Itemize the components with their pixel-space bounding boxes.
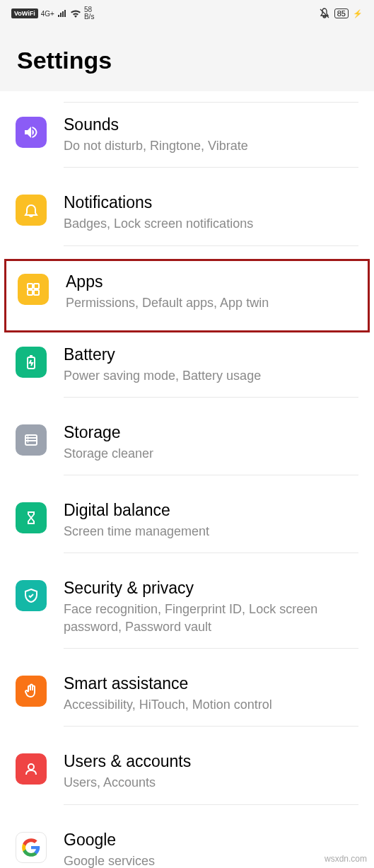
item-title: Storage (64, 423, 358, 442)
google-icon (16, 832, 47, 863)
item-title: Apps (66, 272, 356, 291)
settings-item-users[interactable]: Users & accounts Users, Accounts (0, 739, 374, 817)
item-title: Smart assistance (64, 674, 358, 693)
item-title: Battery (64, 345, 358, 364)
settings-item-battery[interactable]: Battery Power saving mode, Battery usage (0, 332, 374, 410)
item-subtitle: Accessibility, HiTouch, Motion control (64, 696, 358, 713)
page-title: Settings (17, 47, 357, 74)
battery-indicator: 85 (334, 8, 349, 18)
network-type: 4G+ (41, 10, 54, 18)
item-title: Notifications (64, 193, 358, 212)
settings-item-notifications[interactable]: Notifications Badges, Lock screen notifi… (0, 180, 374, 258)
item-subtitle: Face recognition, Fingerprint ID, Lock s… (64, 601, 358, 635)
svg-rect-1 (34, 284, 39, 289)
network-speed: 58 B/s (84, 6, 94, 21)
mute-icon (319, 8, 330, 19)
status-bar: VoWiFi 4G+ 58 B/s 85 ⚡ (0, 0, 374, 27)
shield-icon (16, 580, 47, 611)
item-subtitle: Screen time management (64, 523, 358, 540)
settings-item-digital-balance[interactable]: Digital balance Screen time management (0, 488, 374, 566)
item-title: Users & accounts (64, 752, 358, 771)
hourglass-icon (16, 502, 47, 533)
item-subtitle: Permissions, Default apps, App twin (66, 294, 356, 311)
hand-icon (16, 676, 47, 707)
signal-icon (57, 9, 67, 18)
bell-icon (16, 195, 47, 226)
status-left: VoWiFi 4G+ 58 B/s (11, 6, 94, 21)
battery-icon (16, 347, 47, 378)
item-subtitle: Power saving mode, Battery usage (64, 367, 358, 384)
user-icon (16, 753, 47, 785)
storage-icon (16, 424, 47, 456)
settings-item-apps[interactable]: Apps Permissions, Default apps, App twin (6, 261, 368, 330)
item-title: Google (64, 831, 358, 850)
item-title: Sounds (64, 115, 358, 134)
svg-rect-2 (28, 290, 33, 295)
svg-point-6 (28, 764, 34, 770)
highlighted-selection: Apps Permissions, Default apps, App twin (4, 259, 370, 332)
vowifi-badge: VoWiFi (11, 8, 38, 18)
settings-item-security[interactable]: Security & privacy Face recognition, Fin… (0, 566, 374, 661)
item-title: Security & privacy (64, 579, 358, 598)
item-subtitle: Do not disturb, Ringtone, Vibrate (64, 137, 358, 154)
charging-icon: ⚡ (353, 9, 363, 18)
watermark: wsxdn.com (325, 854, 367, 864)
sound-icon (16, 117, 47, 148)
svg-rect-0 (28, 284, 33, 289)
settings-item-sounds[interactable]: Sounds Do not disturb, Ringtone, Vibrate (0, 103, 374, 180)
item-subtitle: Storage cleaner (64, 445, 358, 462)
item-title: Digital balance (64, 501, 358, 520)
item-subtitle: Badges, Lock screen notifications (64, 215, 358, 232)
partial-prev-row (64, 91, 358, 103)
item-subtitle: Google services (64, 852, 358, 868)
item-subtitle: Users, Accounts (64, 774, 358, 791)
settings-item-smart-assistance[interactable]: Smart assistance Accessibility, HiTouch,… (0, 661, 374, 739)
settings-item-google[interactable]: Google Google services (0, 818, 374, 868)
settings-header: Settings (0, 27, 374, 91)
wifi-icon (70, 9, 81, 18)
settings-item-storage[interactable]: Storage Storage cleaner (0, 410, 374, 488)
settings-list[interactable]: Sounds Do not disturb, Ringtone, Vibrate… (0, 91, 374, 868)
status-right: 85 ⚡ (319, 8, 363, 19)
svg-rect-3 (34, 290, 39, 295)
apps-icon (18, 274, 49, 305)
